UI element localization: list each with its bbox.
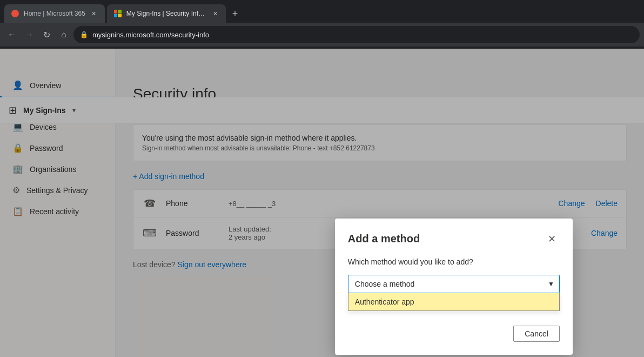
lock-icon: 🔒 [80,31,88,38]
address-bar[interactable]: 🔒 mysignins.microsoft.com/security-info [73,26,640,43]
modal-question: Which method would you like to add? [348,257,560,266]
tab-security-title: My Sign-Ins | Security Info | M... [126,10,207,17]
home-button[interactable]: ⌂ [56,27,71,42]
authenticator-app-option[interactable]: Authenticator app [348,293,559,310]
browser-chrome: Home | Microsoft 365 ✕ My Sign-Ins | Sec… [0,0,644,49]
tab-home-close[interactable]: ✕ [90,9,98,18]
select-wrapper: Choose a method Authenticator app ▼ Auth… [348,275,560,293]
ms-favicon [113,9,122,18]
dropdown-list: Authenticator app [348,293,560,311]
modal-overlay: Add a method ✕ Which method would you li… [0,49,644,357]
choose-method-select[interactable]: Choose a method Authenticator app [348,275,560,293]
modal-header: Add a method ✕ [348,232,560,247]
tab-security-close[interactable]: ✕ [212,9,219,18]
nav-bar: ← → ↻ ⌂ 🔒 mysignins.microsoft.com/securi… [0,23,644,47]
home-favicon [11,9,19,18]
modal-title: Add a method [348,233,420,245]
tab-home[interactable]: Home | Microsoft 365 ✕ [4,4,105,23]
cancel-button[interactable]: Cancel [513,326,560,342]
forward-button[interactable]: → [22,27,37,42]
tab-security-info[interactable]: My Sign-Ins | Security Info | M... ✕ [107,4,226,23]
new-tab-button[interactable]: + [228,6,243,22]
address-text: mysignins.microsoft.com/security-info [92,31,209,39]
add-method-modal: Add a method ✕ Which method would you li… [335,219,573,355]
tab-bar: Home | Microsoft 365 ✕ My Sign-Ins | Sec… [0,0,644,23]
reload-button[interactable]: ↻ [39,27,54,42]
modal-close-button[interactable]: ✕ [545,232,560,247]
modal-actions: Cancel [348,326,560,342]
tab-home-title: Home | Microsoft 365 [24,10,85,17]
back-button[interactable]: ← [4,27,19,42]
